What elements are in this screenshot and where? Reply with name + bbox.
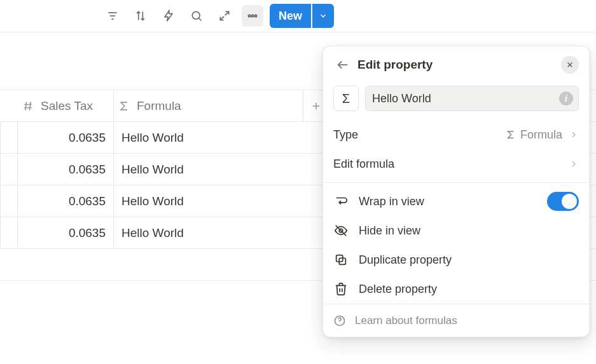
property-name-value: Hello World — [372, 92, 431, 105]
edit-property-panel: Edit property Σ Hello World i Type Formu… — [322, 46, 590, 337]
column-header-label: Formula — [137, 99, 181, 113]
cell-formula[interactable]: Hello World — [113, 154, 303, 185]
wrap-label: Wrap in view — [359, 195, 424, 208]
edit-formula-row[interactable]: Edit formula — [323, 149, 589, 179]
new-button[interactable]: New — [270, 4, 311, 28]
new-button-group: New — [270, 4, 334, 28]
type-group: Type Formula Edit formula — [323, 120, 589, 179]
svg-point-5 — [248, 15, 250, 17]
trash-icon — [333, 282, 349, 296]
wrap-in-view-row[interactable]: Wrap in view — [323, 187, 589, 216]
learn-about-formulas[interactable]: Learn about formulas — [323, 304, 589, 337]
panel-divider — [323, 182, 589, 183]
hide-in-view-row[interactable]: Hide in view — [323, 216, 589, 245]
svg-line-10 — [25, 102, 27, 110]
chevron-right-icon — [569, 159, 579, 169]
property-type-icon[interactable]: Σ — [333, 86, 359, 111]
hide-icon — [333, 224, 349, 238]
toolbar-divider — [0, 32, 596, 32]
search-icon[interactable] — [186, 5, 207, 27]
cell-sales-tax[interactable]: 0.0635 — [18, 185, 113, 217]
more-icon[interactable] — [242, 5, 263, 27]
automation-icon[interactable] — [158, 5, 179, 27]
column-header-sales-tax[interactable]: Sales Tax — [18, 90, 113, 121]
column-header-label: Sales Tax — [41, 99, 93, 113]
svg-line-11 — [30, 102, 31, 110]
delete-property-row[interactable]: Delete property — [323, 274, 589, 304]
type-label: Type — [333, 128, 505, 142]
sigma-icon — [505, 129, 516, 140]
type-row[interactable]: Type Formula — [323, 120, 589, 149]
expand-icon[interactable] — [214, 5, 235, 27]
help-icon — [333, 314, 346, 327]
svg-point-6 — [251, 15, 253, 17]
cell-formula[interactable]: Hello World — [113, 217, 303, 248]
cell-sales-tax[interactable]: 0.0635 — [18, 217, 113, 248]
duplicate-label: Duplicate property — [359, 253, 452, 267]
edit-formula-label: Edit formula — [333, 158, 562, 171]
delete-label: Delete property — [359, 283, 437, 296]
property-name-input[interactable]: Hello World i — [365, 86, 579, 111]
duplicate-property-row[interactable]: Duplicate property — [323, 245, 589, 274]
info-icon[interactable]: i — [559, 91, 573, 105]
column-header-formula[interactable]: Formula — [113, 90, 303, 121]
wrap-toggle[interactable] — [547, 192, 579, 211]
new-dropdown[interactable] — [312, 4, 334, 28]
chevron-right-icon — [569, 130, 579, 140]
svg-line-4 — [199, 18, 202, 21]
property-name-row: Σ Hello World i — [323, 86, 589, 120]
svg-point-3 — [192, 11, 200, 19]
cell-formula[interactable]: Hello World — [113, 122, 303, 153]
svg-point-7 — [254, 15, 256, 17]
sigma-icon — [118, 100, 130, 112]
sort-icon[interactable] — [130, 5, 151, 27]
type-value: Formula — [505, 128, 562, 142]
duplicate-icon — [333, 253, 349, 267]
cell-sales-tax[interactable]: 0.0635 — [18, 122, 113, 153]
panel-header: Edit property — [323, 46, 589, 86]
cell-sales-tax[interactable]: 0.0635 — [18, 154, 113, 185]
number-icon — [22, 100, 34, 112]
wrap-icon — [333, 194, 349, 208]
learn-label: Learn about formulas — [355, 314, 457, 327]
cell-formula[interactable]: Hello World — [113, 185, 303, 217]
svg-point-22 — [340, 323, 340, 323]
filter-icon[interactable] — [102, 5, 123, 27]
toolbar: New — [0, 0, 596, 32]
panel-title: Edit property — [357, 58, 561, 72]
close-button[interactable] — [561, 56, 579, 74]
back-button[interactable] — [333, 55, 352, 74]
hide-label: Hide in view — [359, 224, 420, 238]
